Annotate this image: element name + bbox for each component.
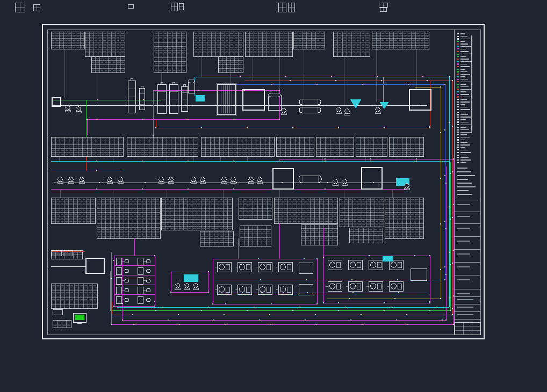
pipe-node [326, 105, 327, 106]
pipe-node [351, 279, 352, 280]
legend-symbol [457, 48, 459, 49]
pipe-node [208, 271, 210, 273]
legend-section-text [457, 228, 470, 229]
legend-symbol [457, 124, 459, 125]
dosing-pump [146, 279, 150, 282]
dosing-pump [125, 298, 128, 302]
legend-text [460, 155, 466, 155]
legend-symbol [457, 139, 459, 140]
legend-symbol [457, 61, 459, 62]
legend-symbol [457, 121, 459, 122]
pipe-node [397, 279, 398, 280]
pipe-node [208, 292, 210, 293]
legend-symbol [457, 43, 459, 45]
legend-symbol [457, 119, 459, 120]
tank-dome [268, 93, 281, 97]
legend-text [460, 59, 469, 59]
pipe-node [429, 310, 430, 311]
pipe-node [453, 295, 454, 296]
legend-symbol [457, 41, 459, 42]
legend-symbol [457, 114, 459, 115]
pipe-node [260, 279, 261, 280]
pipe-node [201, 127, 202, 128]
pipe-node [452, 217, 453, 218]
pipe-node [279, 161, 280, 162]
cyan_tank-symbol [184, 274, 198, 281]
legend-text [460, 129, 469, 130]
legend-section-text [457, 279, 470, 280]
pipe-node [247, 127, 248, 128]
pipe-node [452, 80, 454, 82]
legend-note-text [457, 179, 468, 179]
pipe-node [259, 320, 260, 321]
cad-viewport[interactable] [0, 0, 547, 392]
title-block-text [457, 314, 473, 315]
legend-symbol [457, 51, 459, 52]
pipe-node [450, 173, 451, 174]
pipe-node [212, 303, 214, 305]
pipe-node [208, 307, 209, 308]
pipe-node [445, 274, 447, 275]
pipe-node [142, 119, 143, 120]
pipe-node [224, 314, 225, 315]
pipe-node [429, 255, 431, 257]
pipe-node [377, 76, 378, 77]
legend-text [460, 36, 467, 37]
legend-symbol [457, 106, 459, 107]
legend-text [460, 104, 465, 105]
pipe-node [429, 301, 430, 302]
pipe-node [96, 188, 97, 190]
tank-dome [188, 79, 195, 83]
legend-text [460, 147, 465, 148]
pipe-node [133, 324, 134, 325]
pipe-node [170, 292, 172, 293]
cyan_tank-symbol [196, 95, 204, 101]
legend-text [460, 122, 469, 122]
legend-symbol [457, 117, 459, 118]
pipe-node [416, 161, 417, 162]
pipe-node [449, 206, 450, 207]
legend-symbol [457, 63, 459, 64]
pipe-node [299, 307, 300, 308]
legend-text [460, 109, 470, 110]
pipe-node [429, 302, 431, 304]
pipe-node [427, 80, 428, 81]
pipe-node [306, 279, 307, 280]
pipe-node [407, 324, 408, 325]
dosing-pump [125, 279, 128, 282]
pipe-node [335, 80, 336, 81]
legend-symbol [457, 152, 459, 153]
legend-symbol [457, 66, 459, 67]
pipe-node [155, 127, 157, 129]
pipe-node [307, 292, 308, 293]
pipe-node [154, 306, 156, 307]
cad-canvas[interactable] [0, 0, 547, 392]
pipe-node [233, 119, 234, 120]
pipe-node [122, 303, 123, 304]
pipe-node [381, 80, 382, 81]
legend-symbol [457, 99, 459, 100]
pipe-node [436, 307, 437, 308]
pipe-node [153, 135, 154, 136]
pipe-node [111, 278, 112, 279]
legend-text [460, 94, 469, 95]
pipe-node [168, 320, 169, 321]
legend-text [460, 117, 471, 117]
legend-note-text [457, 175, 475, 176]
pipe-node [87, 119, 88, 120]
pipe-node [452, 126, 453, 127]
pipe-node [396, 320, 397, 321]
pipe-node [142, 188, 143, 190]
pipe-node [111, 324, 112, 325]
legend-text [460, 107, 467, 107]
pipe-node [122, 320, 124, 321]
pipe-node [452, 308, 453, 309]
pipe-node [450, 219, 451, 220]
legend-text [460, 82, 471, 82]
pipe-node [113, 306, 115, 307]
legend-symbol [457, 94, 459, 95]
legend-symbol [457, 36, 459, 37]
pipe-node [285, 76, 286, 77]
pipe-node [247, 310, 248, 311]
pipe-node [429, 127, 431, 129]
